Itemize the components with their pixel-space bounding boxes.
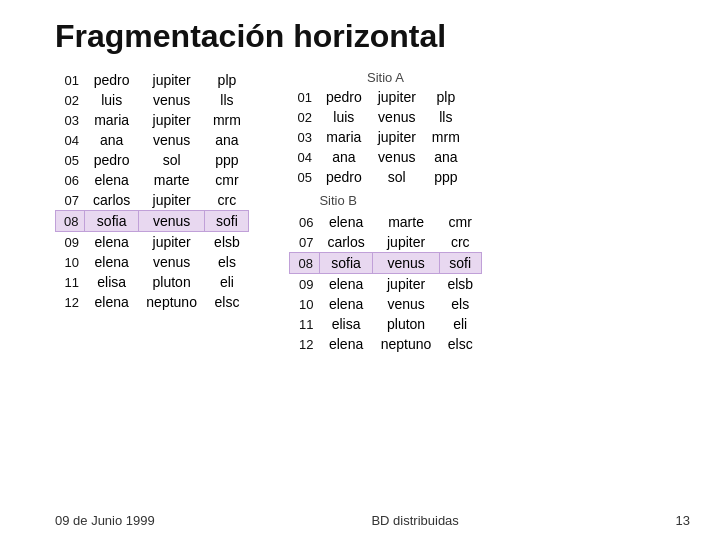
row-planet: venus [373,294,440,314]
row-num: 02 [56,90,85,110]
table-row: 09 elena jupiter elsb [290,274,481,295]
row-name: elena [85,232,138,253]
row-code: lls [205,90,249,110]
row-planet: pluton [138,272,205,292]
row-name: sofia [319,253,372,274]
right-section: Sitio A 01 pedro jupiter plp 02 luis ven… [289,70,481,354]
table-row: 10 elena venus els [56,252,249,272]
row-num: 12 [56,292,85,312]
row-code: eli [439,314,481,334]
row-code: mrm [424,127,468,147]
row-name: elena [319,294,372,314]
table-row: 12 elena neptuno elsc [56,292,249,312]
row-code: els [439,294,481,314]
row-planet: venus [370,107,424,127]
row-code: ana [424,147,468,167]
row-num: 09 [290,274,319,295]
row-name: pedro [318,87,370,107]
row-planet: venus [138,90,205,110]
row-planet: jupiter [373,274,440,295]
footer-center: BD distribuidas [371,513,458,528]
row-planet: venus [138,252,205,272]
row-planet: jupiter [138,70,205,90]
row-name: pedro [318,167,370,187]
row-num: 01 [289,87,317,107]
table-row: 10 elena venus els [290,294,481,314]
row-num: 06 [290,212,319,232]
row-code: sofi [439,253,481,274]
row-planet: marte [138,170,205,190]
row-name: ana [318,147,370,167]
row-num: 02 [289,107,317,127]
row-name: elena [319,334,372,354]
table-row: 02 luis venus lls [56,90,249,110]
row-num: 05 [56,150,85,170]
row-code: mrm [205,110,249,130]
row-num: 10 [56,252,85,272]
row-planet: jupiter [370,127,424,147]
row-planet: venus [138,130,205,150]
row-num: 07 [290,232,319,253]
row-name: pedro [85,70,138,90]
table-row: 05 pedro sol ppp [56,150,249,170]
row-num: 05 [289,167,317,187]
row-planet: sol [370,167,424,187]
row-name: elena [85,170,138,190]
row-planet: jupiter [370,87,424,107]
row-code: ppp [205,150,249,170]
row-code: elsc [205,292,249,312]
row-num: 09 [56,232,85,253]
row-name: elena [319,274,372,295]
table-row: 12 elena neptuno elsc [290,334,481,354]
row-planet: neptuno [138,292,205,312]
row-planet: marte [373,212,440,232]
sitio-b-table: 06 elena marte cmr 07 carlos jupiter crc… [289,212,481,354]
row-name: elena [85,252,138,272]
row-planet: neptuno [373,334,440,354]
row-num: 04 [56,130,85,150]
footer-right: 13 [676,513,690,528]
row-num: 08 [56,211,85,232]
sitio-b-label: Sitio B [289,193,481,208]
table-row: 08 sofia venus sofi [56,211,249,232]
sitio-a-table: 01 pedro jupiter plp 02 luis venus lls 0… [289,87,467,187]
row-code: cmr [205,170,249,190]
row-planet: pluton [373,314,440,334]
row-code: sofi [205,211,249,232]
row-num: 08 [290,253,319,274]
left-table: 01 pedro jupiter plp 02 luis venus lls 0… [55,70,249,312]
table-row: 04 ana venus ana [289,147,467,167]
row-planet: jupiter [138,232,205,253]
left-section: 01 pedro jupiter plp 02 luis venus lls 0… [55,70,249,354]
row-code: lls [424,107,468,127]
table-row: 03 maria jupiter mrm [56,110,249,130]
row-planet: venus [370,147,424,167]
row-planet: venus [138,211,205,232]
table-row: 01 pedro jupiter plp [289,87,467,107]
row-code: crc [439,232,481,253]
row-code: ana [205,130,249,150]
row-name: pedro [85,150,138,170]
row-name: luis [318,107,370,127]
table-row: 03 maria jupiter mrm [289,127,467,147]
row-code: cmr [439,212,481,232]
row-num: 11 [290,314,319,334]
table-row: 02 luis venus lls [289,107,467,127]
row-name: elisa [319,314,372,334]
table-row: 09 elena jupiter elsb [56,232,249,253]
row-name: elena [319,212,372,232]
row-planet: sol [138,150,205,170]
table-row: 11 elisa pluton eli [56,272,249,292]
footer-left: 09 de Junio 1999 [55,513,155,528]
row-name: maria [318,127,370,147]
row-code: elsb [439,274,481,295]
row-code: crc [205,190,249,211]
sitio-a-label: Sitio A [289,70,481,85]
row-name: carlos [319,232,372,253]
row-name: maria [85,110,138,130]
row-num: 12 [290,334,319,354]
table-row: 07 carlos jupiter crc [56,190,249,211]
row-code: plp [424,87,468,107]
content-area: 01 pedro jupiter plp 02 luis venus lls 0… [0,70,720,354]
row-num: 04 [289,147,317,167]
